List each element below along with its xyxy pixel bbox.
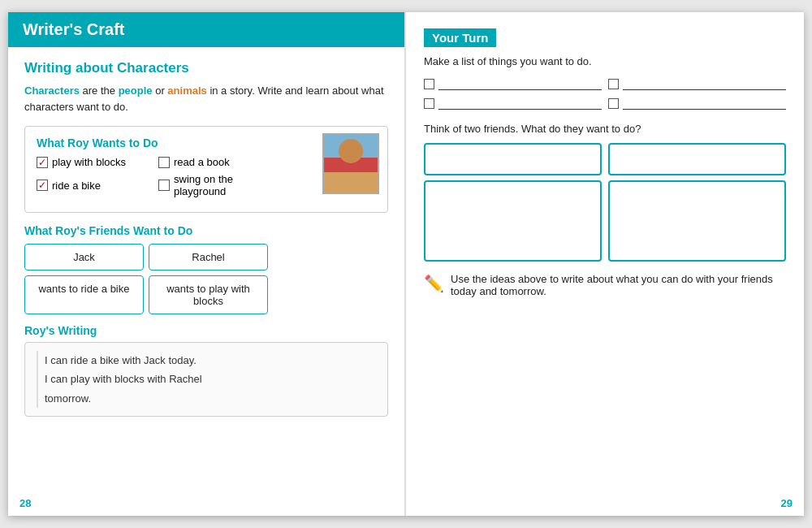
check-label-bike: ride a bike — [52, 180, 101, 192]
writing-lines: I can ride a bike with Jack today. I can… — [37, 351, 376, 408]
list-input-2[interactable] — [623, 77, 786, 90]
check-item-swing: swing on the playground — [158, 173, 264, 197]
checkbox-blocks: ✓ — [37, 157, 48, 168]
people-word: people — [119, 84, 153, 97]
right-page-number: 29 — [781, 497, 793, 509]
check-item-book: read a book — [158, 156, 264, 168]
your-turn-badge: Your Turn — [424, 28, 496, 47]
pencil-instruction: ✏️ Use the ideas above to write about wh… — [424, 273, 786, 297]
writing-section: Roy's Writing I can ride a bike with Jac… — [24, 324, 388, 417]
input-item-2 — [608, 77, 786, 90]
input-item-1 — [424, 77, 602, 90]
roy-photo — [322, 133, 379, 194]
list-input-1[interactable] — [438, 77, 602, 90]
input-square-1 — [424, 79, 434, 89]
page-header: Writer's Craft — [8, 12, 404, 47]
check-label-blocks: play with blocks — [52, 156, 126, 168]
pencil-instruction-text: Use the ideas above to write about what … — [451, 273, 786, 297]
list-instruction: Make a list of things you want to do. — [424, 55, 786, 67]
input-item-4 — [608, 97, 786, 110]
characters-word: Characters — [24, 84, 80, 97]
friend-boxes-grid — [424, 143, 786, 262]
right-page: Your Turn Make a list of things you want… — [406, 12, 804, 516]
friends-grid: Jack Rachel wants to ride a bike wants t… — [24, 244, 268, 314]
friend-name-box-2[interactable] — [608, 143, 786, 175]
input-square-3 — [424, 98, 434, 109]
check-label-swing: swing on the playground — [174, 173, 264, 197]
friend-writing-box-1[interactable] — [424, 180, 602, 262]
header-title: Writer's Craft — [23, 20, 125, 38]
list-input-3[interactable] — [438, 97, 602, 110]
friend-col-1 — [424, 143, 602, 262]
left-page-number: 28 — [19, 497, 31, 509]
writing-line-2: I can play with blocks with Rachel — [45, 370, 376, 388]
input-square-4 — [608, 98, 619, 109]
friends-question: Think of two friends. What do they want … — [424, 123, 786, 135]
writing-title: Roy's Writing — [24, 324, 388, 337]
check-label-book: read a book — [174, 156, 230, 168]
friend-want-rachel: wants to play with blocks — [149, 275, 268, 314]
friend-writing-box-2[interactable] — [608, 180, 786, 262]
roys-box: What Roy Wants to Do ✓ play with blocks … — [24, 126, 388, 213]
left-content: Writing about Characters Characters are … — [8, 47, 404, 438]
list-input-4[interactable] — [623, 97, 786, 110]
input-row-1 — [424, 77, 786, 90]
input-square-2 — [608, 79, 619, 89]
writing-line-1: I can ride a bike with Jack today. — [45, 351, 376, 370]
checkbox-swing — [158, 180, 170, 191]
friend-name-jack: Jack — [24, 244, 144, 270]
friends-section: What Roy's Friends Want to Do Jack Rache… — [24, 224, 388, 314]
pencil-icon: ✏️ — [424, 274, 444, 293]
friend-want-jack: wants to ride a bike — [24, 275, 144, 314]
checkbox-book — [158, 157, 170, 168]
friends-title: What Roy's Friends Want to Do — [24, 224, 388, 237]
checklist-inputs — [424, 77, 786, 110]
photo-head — [339, 139, 363, 163]
check-item-blocks: ✓ play with blocks — [37, 156, 142, 168]
input-item-3 — [424, 97, 602, 110]
checkbox-bike: ✓ — [37, 180, 48, 191]
writing-box: I can ride a bike with Jack today. I can… — [24, 342, 388, 417]
friend-name-box-1[interactable] — [424, 143, 602, 175]
writing-line-3: tomorrow. — [45, 389, 376, 408]
intro-text: Characters are the people or animals in … — [24, 83, 388, 115]
book-spread: Writer's Craft Writing about Characters … — [8, 12, 804, 516]
input-row-2 — [424, 97, 786, 110]
section-title: Writing about Characters — [24, 60, 388, 76]
friend-col-2 — [608, 143, 786, 262]
photo-person — [324, 135, 378, 193]
left-page: Writer's Craft Writing about Characters … — [8, 12, 406, 516]
friend-name-rachel: Rachel — [149, 244, 268, 270]
check-item-bike: ✓ ride a bike — [37, 180, 142, 192]
animals-word: animals — [167, 84, 206, 97]
